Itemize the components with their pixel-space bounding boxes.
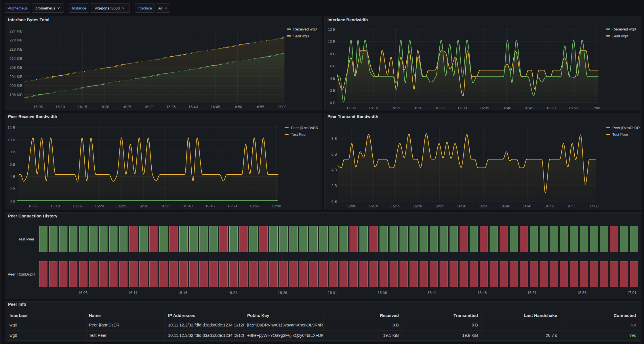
svg-text:12 B: 12 B [328, 27, 336, 32]
svg-text:224 KiB: 224 KiB [9, 29, 23, 33]
svg-text:16:25: 16:25 [117, 204, 126, 208]
svg-text:16:05: 16:05 [33, 105, 43, 109]
svg-text:16:45: 16:45 [524, 106, 534, 110]
svg-text:16:30: 16:30 [144, 105, 154, 109]
svg-text:16:25: 16:25 [122, 105, 132, 109]
svg-text:16:30: 16:30 [139, 204, 148, 208]
svg-text:16:55: 16:55 [255, 105, 264, 109]
svg-text:216 KiB: 216 KiB [9, 47, 23, 51]
svg-text:16:06: 16:06 [78, 291, 88, 295]
svg-text:17:00: 17:00 [591, 106, 600, 110]
svg-text:16:35: 16:35 [161, 204, 171, 208]
svg-text:16:30: 16:30 [458, 106, 467, 110]
svg-text:16:40: 16:40 [183, 204, 193, 208]
svg-text:16:55: 16:55 [567, 204, 577, 208]
svg-text:16:55: 16:55 [249, 204, 259, 208]
svg-text:16:55: 16:55 [569, 106, 578, 110]
svg-text:16:40: 16:40 [502, 106, 511, 110]
svg-text:16:46: 16:46 [477, 291, 487, 295]
svg-text:16:45: 16:45 [205, 204, 215, 208]
svg-text:8 B: 8 B [331, 136, 337, 141]
svg-text:204 KiB: 204 KiB [9, 74, 23, 79]
svg-text:16:21: 16:21 [228, 291, 237, 295]
svg-text:6 B: 6 B [330, 64, 336, 68]
svg-text:6 B: 6 B [331, 152, 337, 156]
svg-text:17:01: 17:01 [627, 291, 637, 295]
svg-text:8 B: 8 B [9, 150, 15, 154]
svg-text:16:15: 16:15 [391, 204, 400, 208]
svg-text:16:36: 16:36 [378, 291, 387, 295]
svg-text:8 B: 8 B [330, 52, 336, 56]
svg-text:16:40: 16:40 [188, 105, 198, 109]
svg-text:16:30: 16:30 [457, 204, 466, 208]
svg-text:16:45: 16:45 [211, 105, 220, 109]
svg-text:17:00: 17:00 [272, 204, 281, 208]
svg-text:10 B: 10 B [7, 138, 15, 142]
svg-text:16:35: 16:35 [480, 106, 489, 110]
svg-text:17:00: 17:00 [277, 105, 287, 109]
svg-text:16:10: 16:10 [369, 204, 378, 208]
svg-text:16:50: 16:50 [233, 105, 242, 109]
svg-text:10 B: 10 B [328, 39, 336, 44]
svg-text:0 B: 0 B [330, 101, 336, 105]
svg-text:16:15: 16:15 [391, 106, 400, 110]
svg-text:Peer jRzmDsDR: Peer jRzmDsDR [8, 272, 35, 276]
svg-text:16:05: 16:05 [346, 106, 356, 110]
svg-text:16:20: 16:20 [100, 105, 109, 109]
svg-text:16:16: 16:16 [178, 291, 188, 295]
svg-text:16:35: 16:35 [166, 105, 176, 109]
svg-text:16:10: 16:10 [56, 105, 65, 109]
svg-text:16:20: 16:20 [413, 106, 422, 110]
svg-text:4 B: 4 B [331, 168, 337, 172]
svg-text:16:20: 16:20 [413, 204, 422, 208]
svg-text:16:51: 16:51 [527, 291, 537, 295]
svg-text:196 KiB: 196 KiB [9, 93, 23, 97]
svg-text:16:40: 16:40 [501, 204, 510, 208]
svg-text:208 KiB: 208 KiB [9, 65, 23, 70]
svg-text:16:15: 16:15 [73, 204, 82, 208]
svg-text:12 B: 12 B [7, 125, 15, 130]
svg-text:16:31: 16:31 [328, 291, 337, 295]
svg-text:16:20: 16:20 [95, 204, 104, 208]
svg-text:16:10: 16:10 [369, 106, 378, 110]
svg-text:16:50: 16:50 [546, 106, 556, 110]
svg-text:16:15: 16:15 [78, 105, 87, 109]
svg-text:16:50: 16:50 [227, 204, 237, 208]
svg-text:0 B: 0 B [9, 199, 15, 203]
svg-text:16:35: 16:35 [479, 204, 488, 208]
svg-text:16:25: 16:25 [435, 204, 444, 208]
svg-text:16:05: 16:05 [347, 204, 356, 208]
svg-text:16:56: 16:56 [577, 291, 587, 295]
svg-text:16:50: 16:50 [545, 204, 555, 208]
svg-text:4 B: 4 B [330, 76, 336, 81]
svg-text:16:25: 16:25 [435, 106, 445, 110]
svg-text:200 KiB: 200 KiB [9, 83, 23, 88]
svg-text:6 B: 6 B [9, 162, 15, 167]
svg-text:2 B: 2 B [9, 187, 15, 191]
svg-text:2 B: 2 B [330, 88, 336, 93]
svg-text:17:00: 17:00 [589, 204, 599, 208]
svg-text:16:41: 16:41 [428, 291, 437, 295]
svg-text:16:26: 16:26 [278, 291, 287, 295]
svg-text:4 B: 4 B [9, 174, 15, 179]
svg-text:212 KiB: 212 KiB [9, 56, 23, 61]
svg-text:16:11: 16:11 [128, 291, 138, 295]
svg-text:16:45: 16:45 [523, 204, 533, 208]
svg-text:Test Peer: Test Peer [18, 237, 35, 241]
svg-text:0 B: 0 B [331, 199, 337, 204]
svg-text:2 B: 2 B [331, 184, 337, 188]
svg-text:220 KiB: 220 KiB [9, 38, 23, 42]
svg-text:16:10: 16:10 [50, 204, 60, 208]
svg-text:16:05: 16:05 [28, 204, 38, 208]
